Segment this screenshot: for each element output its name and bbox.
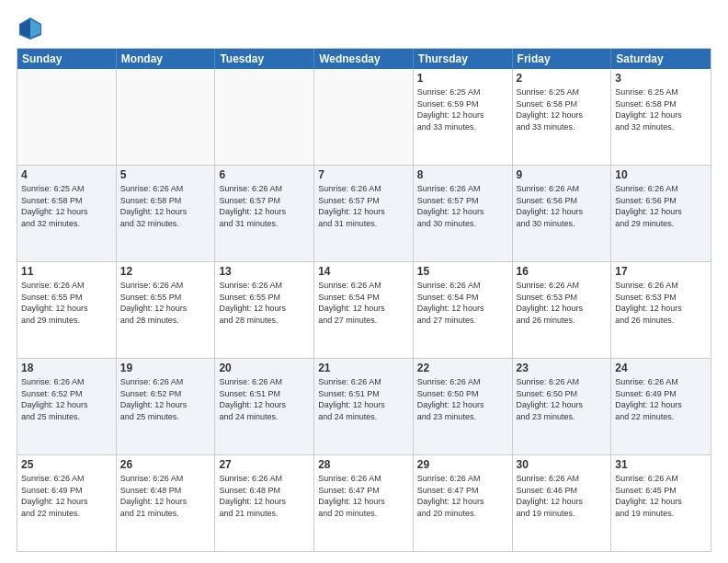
cell-info: Sunrise: 6:26 AMSunset: 6:47 PMDaylight:…	[318, 473, 409, 519]
cell-info: Sunrise: 6:26 AMSunset: 6:49 PMDaylight:…	[615, 376, 707, 422]
cell-info: Sunrise: 6:26 AMSunset: 6:55 PMDaylight:…	[21, 280, 112, 326]
day-cell-15: 15Sunrise: 6:26 AMSunset: 6:54 PMDayligh…	[414, 262, 513, 358]
cell-info: Sunrise: 6:26 AMSunset: 6:57 PMDaylight:…	[219, 183, 310, 229]
cell-info: Sunrise: 6:26 AMSunset: 6:51 PMDaylight:…	[219, 376, 310, 422]
cell-info: Sunrise: 6:26 AMSunset: 6:56 PMDaylight:…	[615, 183, 707, 229]
day-cell-12: 12Sunrise: 6:26 AMSunset: 6:55 PMDayligh…	[117, 262, 216, 358]
day-cell-18: 18Sunrise: 6:26 AMSunset: 6:52 PMDayligh…	[17, 359, 117, 454]
day-cell-19: 19Sunrise: 6:26 AMSunset: 6:52 PMDayligh…	[117, 359, 216, 454]
cell-info: Sunrise: 6:25 AMSunset: 6:58 PMDaylight:…	[517, 86, 608, 132]
header	[17, 15, 711, 42]
cell-info: Sunrise: 6:26 AMSunset: 6:51 PMDaylight:…	[318, 376, 409, 422]
day-number: 23	[517, 362, 608, 374]
calendar-header-wednesday: Wednesday	[314, 49, 414, 69]
day-cell-2: 2Sunrise: 6:25 AMSunset: 6:58 PMDaylight…	[513, 69, 612, 165]
day-number: 4	[21, 168, 112, 181]
cell-info: Sunrise: 6:26 AMSunset: 6:50 PMDaylight:…	[517, 376, 608, 422]
day-number: 11	[21, 265, 112, 278]
cell-info: Sunrise: 6:26 AMSunset: 6:49 PMDaylight:…	[21, 473, 112, 519]
day-cell-22: 22Sunrise: 6:26 AMSunset: 6:50 PMDayligh…	[414, 359, 513, 454]
day-number: 30	[517, 458, 608, 471]
day-number: 3	[615, 72, 707, 85]
day-number: 26	[120, 458, 211, 471]
day-number: 13	[219, 265, 310, 278]
day-number: 12	[120, 265, 211, 278]
cell-info: Sunrise: 6:26 AMSunset: 6:58 PMDaylight:…	[120, 183, 211, 229]
day-cell-29: 29Sunrise: 6:26 AMSunset: 6:47 PMDayligh…	[414, 455, 513, 551]
day-number: 20	[219, 362, 310, 374]
day-cell-30: 30Sunrise: 6:26 AMSunset: 6:46 PMDayligh…	[513, 455, 612, 551]
day-number: 7	[318, 168, 409, 181]
day-cell-25: 25Sunrise: 6:26 AMSunset: 6:49 PMDayligh…	[17, 455, 117, 551]
day-cell-8: 8Sunrise: 6:26 AMSunset: 6:57 PMDaylight…	[414, 166, 513, 261]
cell-info: Sunrise: 6:25 AMSunset: 6:58 PMDaylight:…	[21, 183, 112, 229]
cell-info: Sunrise: 6:26 AMSunset: 6:47 PMDaylight:…	[417, 473, 508, 519]
day-number: 29	[417, 458, 508, 471]
calendar: SundayMondayTuesdayWednesdayThursdayFrid…	[17, 48, 711, 552]
cell-info: Sunrise: 6:26 AMSunset: 6:52 PMDaylight:…	[21, 376, 112, 422]
cell-info: Sunrise: 6:26 AMSunset: 6:54 PMDaylight:…	[318, 280, 409, 326]
empty-cell	[117, 69, 216, 165]
day-cell-1: 1Sunrise: 6:25 AMSunset: 6:59 PMDaylight…	[414, 69, 513, 165]
day-cell-5: 5Sunrise: 6:26 AMSunset: 6:58 PMDaylight…	[117, 166, 216, 261]
day-cell-26: 26Sunrise: 6:26 AMSunset: 6:48 PMDayligh…	[117, 455, 216, 551]
day-number: 15	[417, 265, 508, 278]
day-cell-3: 3Sunrise: 6:25 AMSunset: 6:58 PMDaylight…	[611, 69, 711, 165]
cell-info: Sunrise: 6:26 AMSunset: 6:56 PMDaylight:…	[517, 183, 608, 229]
day-cell-28: 28Sunrise: 6:26 AMSunset: 6:47 PMDayligh…	[314, 455, 414, 551]
calendar-header-thursday: Thursday	[414, 49, 513, 69]
cell-info: Sunrise: 6:26 AMSunset: 6:46 PMDaylight:…	[517, 473, 608, 519]
day-number: 17	[615, 265, 707, 278]
calendar-week-4: 18Sunrise: 6:26 AMSunset: 6:52 PMDayligh…	[17, 358, 711, 454]
day-cell-27: 27Sunrise: 6:26 AMSunset: 6:48 PMDayligh…	[215, 455, 314, 551]
day-number: 2	[517, 72, 608, 85]
day-number: 27	[219, 458, 310, 471]
cell-info: Sunrise: 6:26 AMSunset: 6:50 PMDaylight:…	[417, 376, 508, 422]
empty-cell	[314, 69, 414, 165]
day-cell-17: 17Sunrise: 6:26 AMSunset: 6:53 PMDayligh…	[611, 262, 711, 358]
calendar-body: 1Sunrise: 6:25 AMSunset: 6:59 PMDaylight…	[17, 69, 711, 551]
cell-info: Sunrise: 6:26 AMSunset: 6:57 PMDaylight:…	[318, 183, 409, 229]
day-number: 21	[318, 362, 409, 374]
logo	[17, 15, 48, 42]
day-number: 9	[517, 168, 608, 181]
calendar-header: SundayMondayTuesdayWednesdayThursdayFrid…	[17, 49, 711, 69]
day-number: 8	[417, 168, 508, 181]
cell-info: Sunrise: 6:26 AMSunset: 6:53 PMDaylight:…	[615, 280, 707, 326]
day-number: 25	[21, 458, 112, 471]
cell-info: Sunrise: 6:26 AMSunset: 6:48 PMDaylight:…	[219, 473, 310, 519]
day-number: 24	[615, 362, 707, 374]
cell-info: Sunrise: 6:26 AMSunset: 6:55 PMDaylight:…	[120, 280, 211, 326]
calendar-header-saturday: Saturday	[611, 49, 711, 69]
day-number: 31	[615, 458, 707, 471]
day-cell-21: 21Sunrise: 6:26 AMSunset: 6:51 PMDayligh…	[314, 359, 414, 454]
cell-info: Sunrise: 6:26 AMSunset: 6:55 PMDaylight:…	[219, 280, 310, 326]
cell-info: Sunrise: 6:25 AMSunset: 6:58 PMDaylight:…	[615, 86, 707, 132]
cell-info: Sunrise: 6:26 AMSunset: 6:54 PMDaylight:…	[417, 280, 508, 326]
day-cell-16: 16Sunrise: 6:26 AMSunset: 6:53 PMDayligh…	[513, 262, 612, 358]
day-cell-11: 11Sunrise: 6:26 AMSunset: 6:55 PMDayligh…	[17, 262, 117, 358]
calendar-week-1: 1Sunrise: 6:25 AMSunset: 6:59 PMDaylight…	[17, 69, 711, 165]
empty-cell	[215, 69, 314, 165]
calendar-header-tuesday: Tuesday	[215, 49, 314, 69]
day-cell-10: 10Sunrise: 6:26 AMSunset: 6:56 PMDayligh…	[611, 166, 711, 261]
day-number: 6	[219, 168, 310, 181]
calendar-header-sunday: Sunday	[17, 49, 117, 69]
day-cell-7: 7Sunrise: 6:26 AMSunset: 6:57 PMDaylight…	[314, 166, 414, 261]
day-cell-24: 24Sunrise: 6:26 AMSunset: 6:49 PMDayligh…	[611, 359, 711, 454]
day-cell-13: 13Sunrise: 6:26 AMSunset: 6:55 PMDayligh…	[215, 262, 314, 358]
page: SundayMondayTuesdayWednesdayThursdayFrid…	[0, 0, 728, 563]
day-number: 14	[318, 265, 409, 278]
day-number: 10	[615, 168, 707, 181]
cell-info: Sunrise: 6:26 AMSunset: 6:45 PMDaylight:…	[615, 473, 707, 519]
day-number: 22	[417, 362, 508, 374]
empty-cell	[17, 69, 117, 165]
cell-info: Sunrise: 6:26 AMSunset: 6:57 PMDaylight:…	[417, 183, 508, 229]
day-number: 16	[517, 265, 608, 278]
calendar-week-2: 4Sunrise: 6:25 AMSunset: 6:58 PMDaylight…	[17, 165, 711, 261]
day-cell-9: 9Sunrise: 6:26 AMSunset: 6:56 PMDaylight…	[513, 166, 612, 261]
calendar-week-3: 11Sunrise: 6:26 AMSunset: 6:55 PMDayligh…	[17, 261, 711, 358]
cell-info: Sunrise: 6:25 AMSunset: 6:59 PMDaylight:…	[417, 86, 508, 132]
day-cell-20: 20Sunrise: 6:26 AMSunset: 6:51 PMDayligh…	[215, 359, 314, 454]
calendar-week-5: 25Sunrise: 6:26 AMSunset: 6:49 PMDayligh…	[17, 454, 711, 551]
